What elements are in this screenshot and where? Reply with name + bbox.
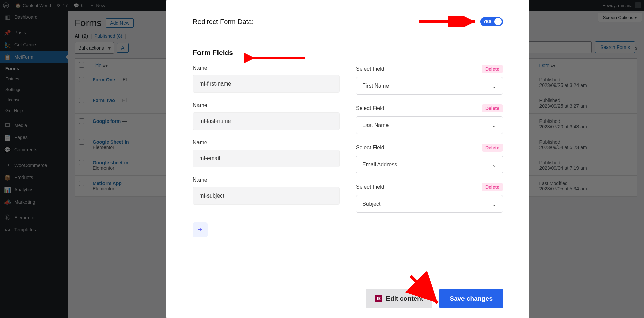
select-field-dropdown[interactable]: Last Name⌄ (356, 116, 503, 134)
name-label: Name (193, 177, 340, 183)
save-changes-button[interactable]: Save changes (439, 289, 503, 308)
redirect-toggle[interactable]: YES (480, 17, 503, 26)
delete-field-button[interactable]: Delete (482, 104, 503, 112)
chevron-down-icon: ⌄ (492, 122, 496, 129)
select-field-dropdown[interactable]: Email Address⌄ (356, 156, 503, 173)
field-name-input[interactable] (193, 150, 340, 167)
name-label: Name (193, 65, 340, 71)
svg-line-3 (411, 276, 438, 303)
delete-field-button[interactable]: Delete (482, 183, 503, 191)
plus-icon: + (198, 225, 203, 234)
annotation-arrow (244, 53, 309, 63)
form-fields-heading: Form Fields (193, 49, 503, 57)
select-field-dropdown[interactable]: First Name⌄ (356, 77, 503, 95)
field-name-input[interactable] (193, 187, 340, 205)
annotation-arrow (416, 16, 480, 27)
field-name-input[interactable] (193, 112, 340, 130)
elementor-icon: IΞ (375, 295, 382, 302)
chevron-down-icon: ⌄ (492, 83, 496, 89)
annotation-arrow (405, 271, 446, 312)
field-name-input[interactable] (193, 75, 340, 93)
select-field-label: Select Field (356, 184, 384, 190)
chevron-down-icon: ⌄ (492, 162, 496, 168)
delete-field-button[interactable]: Delete (482, 65, 503, 73)
add-field-button[interactable]: + (193, 222, 208, 237)
form-settings-modal: Redirect Form Data: YES Form Fields Name… (166, 0, 529, 318)
select-field-label: Select Field (356, 105, 384, 111)
delete-field-button[interactable]: Delete (482, 144, 503, 152)
redirect-label: Redirect Form Data: (193, 18, 254, 26)
name-label: Name (193, 139, 340, 146)
select-field-dropdown[interactable]: Subject⌄ (356, 195, 503, 213)
toggle-knob (494, 18, 502, 25)
select-field-label: Select Field (356, 66, 384, 72)
name-label: Name (193, 102, 340, 108)
chevron-down-icon: ⌄ (492, 201, 496, 207)
select-field-label: Select Field (356, 145, 384, 151)
